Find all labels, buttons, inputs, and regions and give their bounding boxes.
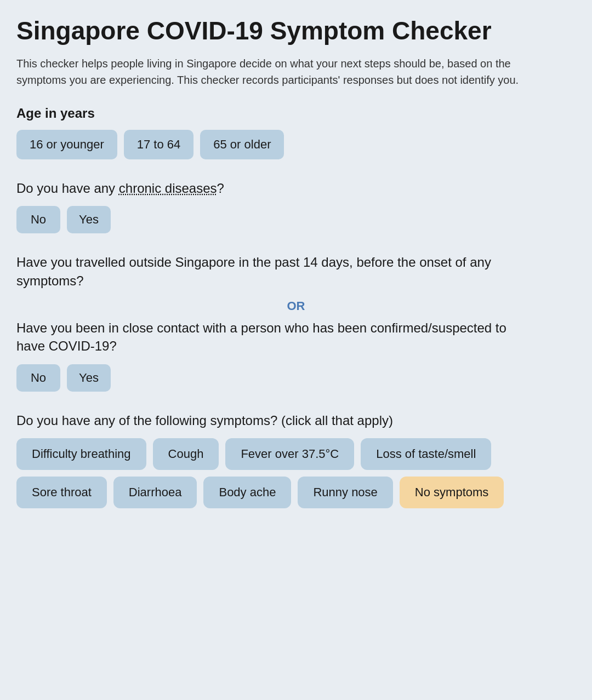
- symptom-sore-throat[interactable]: Sore throat: [16, 477, 107, 508]
- page-title: Singapore COVID-19 Symptom Checker: [16, 16, 576, 45]
- symptoms-row1: Difficulty breathing Cough Fever over 37…: [16, 438, 576, 470]
- symptom-diarrhoea[interactable]: Diarrhoea: [113, 477, 197, 508]
- symptom-difficulty-breathing[interactable]: Difficulty breathing: [16, 438, 146, 470]
- symptom-runny-nose[interactable]: Runny nose: [298, 477, 392, 508]
- chronic-question: Do you have any chronic diseases?: [16, 179, 537, 198]
- description-text: This checker helps people living in Sing…: [16, 55, 537, 88]
- symptom-no-symptoms[interactable]: No symptoms: [400, 477, 504, 508]
- symptom-fever[interactable]: Fever over 37.5°C: [225, 438, 354, 470]
- chronic-diseases-underline: chronic diseases: [119, 181, 217, 196]
- age-section: Age in years 16 or younger 17 to 64 65 o…: [16, 106, 576, 159]
- symptom-body-ache[interactable]: Body ache: [203, 477, 291, 508]
- travel-yes-button[interactable]: Yes: [67, 364, 111, 392]
- travel-question2: Have you been in close contact with a pe…: [16, 319, 537, 355]
- age-option-65-or-older[interactable]: 65 or older: [200, 130, 284, 159]
- chronic-section: Do you have any chronic diseases? No Yes: [16, 179, 576, 234]
- symptoms-question: Do you have any of the following symptom…: [16, 411, 537, 430]
- symptoms-section: Do you have any of the following symptom…: [16, 411, 576, 509]
- travel-question1: Have you travelled outside Singapore in …: [16, 253, 537, 290]
- age-button-group: 16 or younger 17 to 64 65 or older: [16, 130, 576, 159]
- chronic-yes-button[interactable]: Yes: [67, 206, 111, 233]
- travel-button-group: No Yes: [16, 364, 576, 392]
- age-option-16-or-younger[interactable]: 16 or younger: [16, 130, 117, 159]
- travel-no-button[interactable]: No: [16, 364, 60, 392]
- chronic-no-button[interactable]: No: [16, 206, 60, 233]
- symptom-cough[interactable]: Cough: [153, 438, 219, 470]
- travel-section: Have you travelled outside Singapore in …: [16, 253, 576, 391]
- age-option-17-to-64[interactable]: 17 to 64: [124, 130, 194, 159]
- chronic-button-group: No Yes: [16, 206, 576, 233]
- age-label: Age in years: [16, 106, 576, 121]
- or-divider: OR: [16, 299, 576, 313]
- symptom-loss-taste-smell[interactable]: Loss of taste/smell: [361, 438, 491, 470]
- symptoms-row2: Sore throat Diarrhoea Body ache Runny no…: [16, 477, 576, 508]
